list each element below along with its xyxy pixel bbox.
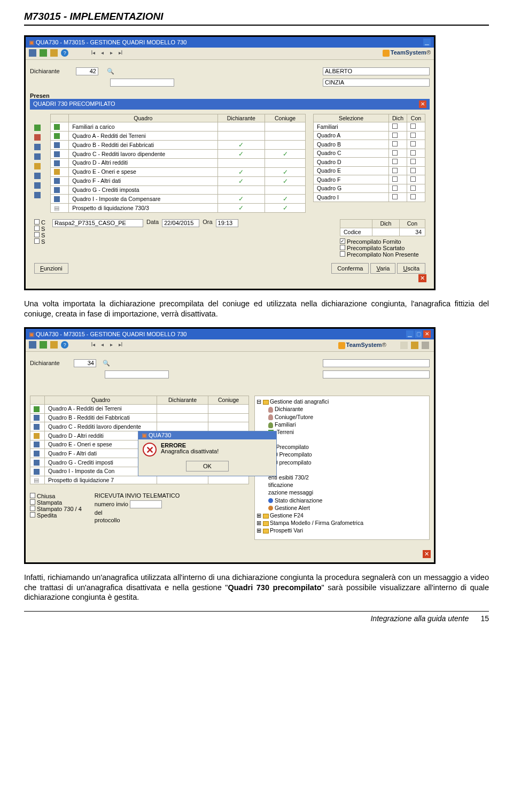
numero-invio-field[interactable] [130, 500, 162, 508]
col-dich: Dich [388, 114, 407, 122]
row-type-icon [34, 460, 40, 466]
close-icon[interactable]: ✕ [418, 274, 426, 282]
nav-last-icon[interactable]: ▸I [117, 50, 125, 58]
window-titlebar: ▣ QUA730 - M73015 - GESTIONE QUADRI MODE… [26, 37, 434, 48]
file-field[interactable]: Raspa2_P7315_CASO_PE [52, 219, 143, 227]
row-type-icon [54, 142, 60, 148]
codice-label: Codice [340, 228, 372, 236]
checkbox[interactable] [410, 150, 416, 156]
toolbar-icon[interactable] [422, 342, 429, 349]
varia-button[interactable]: Varia [370, 263, 395, 274]
table-row: Quadro C - Redditi lavoro dipendente✓✓ [51, 149, 306, 158]
conferma-button[interactable]: Conferma [331, 263, 369, 274]
checkbox[interactable] [392, 159, 398, 164]
nav-first-icon[interactable]: I◂ [89, 50, 97, 58]
chk-spedita[interactable] [30, 512, 35, 517]
blank-field[interactable] [105, 370, 169, 378]
row-type-icon [34, 406, 40, 412]
check-icon: ✓ [238, 168, 244, 176]
check-icon: ✓ [238, 204, 244, 212]
checkbox[interactable] [392, 133, 398, 138]
blank-field[interactable] [110, 79, 174, 87]
checkbox[interactable] [34, 219, 40, 225]
checkbox[interactable] [392, 141, 398, 146]
folder-icon [263, 521, 269, 526]
close-icon[interactable]: ✕ [423, 550, 431, 558]
dichiarante-input[interactable]: 34 [74, 359, 96, 367]
col-con: Con [407, 114, 425, 122]
minimize-icon[interactable]: ▁ [406, 330, 414, 338]
maximize-icon[interactable]: ▢ [415, 330, 422, 338]
dichiarante-input[interactable]: 42 [76, 67, 98, 75]
help-icon[interactable]: ? [61, 49, 68, 57]
checkbox-fornito[interactable] [340, 238, 345, 244]
checkbox[interactable] [392, 150, 398, 156]
dichiarante-label: Dichiarante [30, 360, 67, 366]
name1-field[interactable]: ALBERTO [323, 67, 430, 75]
table-row: ▤Prospetto di liquidazione 730/3✓✓ [51, 204, 306, 213]
checkbox[interactable] [392, 194, 398, 199]
checkbox[interactable] [34, 238, 40, 244]
checkbox[interactable] [410, 159, 416, 164]
toolbar-icon[interactable] [400, 342, 408, 349]
help-icon[interactable]: ? [61, 341, 68, 349]
funzioni-button[interactable]: Funzioni [34, 263, 68, 274]
nav-prev-icon[interactable]: ◂ [98, 50, 106, 58]
checkbox[interactable] [392, 176, 398, 182]
brand-logo: TeamSystem® [383, 50, 431, 57]
row-type-icon [54, 160, 60, 166]
row-type-icon [54, 169, 60, 175]
chk-stampata[interactable] [30, 499, 35, 505]
nav-last-icon[interactable]: ▸I [117, 342, 125, 350]
ok-button[interactable]: OK [186, 461, 229, 471]
checkbox[interactable] [410, 123, 416, 129]
checkbox[interactable] [392, 123, 398, 129]
table-row: Quadro A - Redditi dei Terreni [30, 404, 249, 413]
table-row: Quadro E [314, 166, 425, 175]
checkbox[interactable] [410, 176, 416, 182]
checkbox-scartato[interactable] [340, 245, 345, 250]
person-icon [268, 422, 273, 428]
checkbox[interactable] [410, 194, 416, 199]
lookup-icon[interactable]: 🔍 [103, 360, 110, 366]
blank-field[interactable] [323, 370, 430, 378]
checkbox[interactable] [392, 168, 398, 173]
uscita-button[interactable]: Uscita [397, 263, 425, 274]
checkbox[interactable] [392, 185, 398, 191]
checkbox[interactable] [410, 133, 416, 138]
nav-prev-icon[interactable]: ◂ [98, 342, 106, 350]
checkbox[interactable] [34, 232, 40, 237]
checkbox-nonpresente[interactable] [340, 251, 345, 257]
nav-next-icon[interactable]: ▸ [107, 50, 115, 58]
toolbar-icon[interactable] [50, 341, 58, 349]
chk-chiusa[interactable] [30, 493, 35, 498]
ora-field[interactable]: 19:13 [216, 219, 238, 227]
check-icon: ✓ [283, 150, 288, 158]
codice-table: DichCon Codice34 [340, 219, 425, 236]
blank-field[interactable] [323, 359, 430, 367]
checkbox[interactable] [410, 185, 416, 191]
toolbar-icon[interactable] [411, 342, 418, 349]
nav-first-icon[interactable]: I◂ [89, 342, 97, 350]
error-message: Anagrafica disattivata! [161, 448, 219, 454]
close-icon[interactable]: ✕ [419, 100, 426, 108]
name2-field[interactable]: CINZIA [323, 79, 430, 87]
lookup-icon[interactable]: 🔍 [107, 68, 114, 74]
data-field[interactable]: 22/04/2015 [162, 219, 199, 227]
col-quadro: Quadro [69, 114, 217, 122]
checkbox[interactable] [410, 141, 416, 146]
toolbar-icon[interactable] [29, 341, 36, 349]
toolbar-icon[interactable] [40, 49, 47, 57]
tree-panel[interactable]: ⊟ Gestione dati anagrafici Dichiarante C… [254, 396, 430, 540]
chk-stamp7304[interactable] [30, 506, 35, 511]
table-row: ▤Prospetto di liquidazione 7 [30, 476, 249, 484]
toolbar-icon[interactable] [40, 341, 47, 349]
close-icon[interactable]: ✕ [423, 330, 431, 338]
checkbox[interactable] [410, 168, 416, 173]
check-icon: ✓ [238, 141, 244, 149]
toolbar-icon[interactable] [50, 49, 58, 57]
toolbar-icon[interactable] [29, 49, 36, 57]
nav-next-icon[interactable]: ▸ [107, 342, 115, 350]
checkbox[interactable] [34, 226, 40, 231]
minimize-icon[interactable]: ▁ [423, 38, 431, 46]
